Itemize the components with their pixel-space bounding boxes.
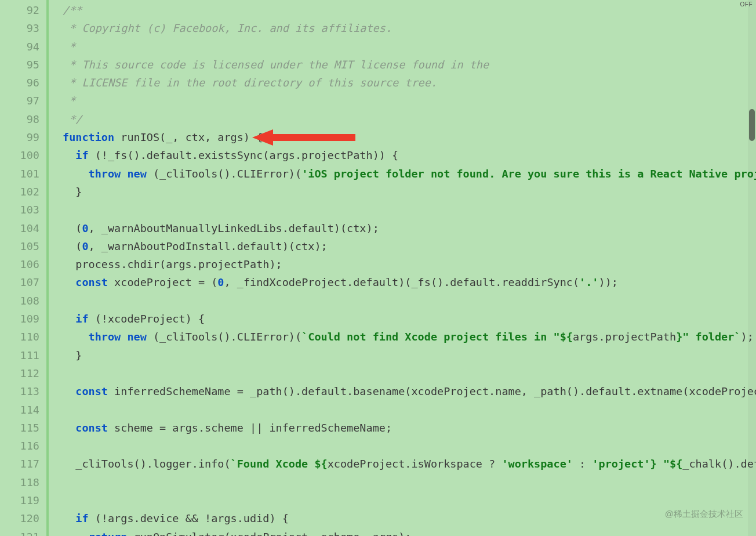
token-default: inferredSchemeName = _path().default.bas… bbox=[108, 385, 756, 397]
token-default: runIOS(_, ctx, args) { bbox=[114, 131, 263, 143]
code-line[interactable] bbox=[63, 437, 756, 455]
token-default bbox=[121, 168, 127, 180]
code-line[interactable]: */ bbox=[63, 110, 756, 128]
line-number: 94 bbox=[0, 38, 39, 56]
token-default bbox=[121, 331, 127, 343]
code-line[interactable]: (0, _warnAboutPodInstall.default)(ctx); bbox=[63, 237, 756, 255]
token-keyword: if bbox=[75, 313, 88, 325]
code-line[interactable]: /** bbox=[63, 1, 756, 19]
line-number: 113 bbox=[0, 382, 39, 400]
token-default: (_cliTools().CLIError)( bbox=[147, 331, 301, 343]
line-number-gutter: 9293949596979899100101102103104105106107… bbox=[0, 0, 46, 536]
line-number: 100 bbox=[0, 146, 39, 164]
token-const-kw: const bbox=[75, 385, 108, 397]
token-keyword: if bbox=[75, 149, 88, 161]
token-const-kw: const bbox=[75, 276, 108, 288]
code-line[interactable]: const xcodeProject = (0, _findXcodeProje… bbox=[63, 273, 756, 291]
line-number: 103 bbox=[0, 201, 39, 219]
code-line[interactable]: const scheme = args.scheme || inferredSc… bbox=[63, 419, 756, 437]
token-default: ( bbox=[63, 222, 82, 234]
code-line[interactable]: if (!_fs().default.existsSync(args.proje… bbox=[63, 146, 756, 164]
token-string: 'project' bbox=[592, 458, 650, 470]
line-number: 97 bbox=[0, 92, 39, 110]
line-number: 96 bbox=[0, 74, 39, 92]
code-line[interactable] bbox=[63, 292, 756, 310]
token-keyword: function bbox=[63, 131, 114, 143]
token-comment: * This source code is licensed under the… bbox=[63, 59, 489, 71]
code-line[interactable]: _cliTools().logger.info(`Found Xcode ${x… bbox=[63, 455, 756, 473]
code-line[interactable]: * bbox=[63, 38, 756, 56]
token-string: }" folder` bbox=[676, 331, 740, 343]
token-default: (!xcodeProject) { bbox=[89, 313, 205, 325]
code-editor: 9293949596979899100101102103104105106107… bbox=[0, 0, 756, 536]
code-content[interactable]: /** * Copyright (c) Facebook, Inc. and i… bbox=[46, 0, 756, 536]
token-default: scheme = args.scheme || inferredSchemeNa… bbox=[108, 422, 392, 434]
token-default bbox=[63, 512, 75, 524]
code-line[interactable]: * Copyright (c) Facebook, Inc. and its a… bbox=[63, 19, 756, 37]
token-keyword: throw bbox=[89, 331, 121, 343]
code-line[interactable]: function runIOS(_, ctx, args) { bbox=[63, 128, 756, 146]
code-line[interactable] bbox=[63, 491, 756, 509]
token-keyword: if bbox=[75, 512, 88, 524]
code-line[interactable]: throw new (_cliTools().CLIError)(`Could … bbox=[63, 328, 756, 346]
line-number: 115 bbox=[0, 419, 39, 437]
code-line[interactable] bbox=[63, 201, 756, 219]
code-line[interactable]: if (!xcodeProject) { bbox=[63, 310, 756, 328]
line-number: 108 bbox=[0, 292, 39, 310]
code-line[interactable] bbox=[63, 364, 756, 382]
line-number: 121 bbox=[0, 528, 39, 536]
token-string: "${ bbox=[657, 458, 683, 470]
code-line[interactable]: } bbox=[63, 183, 756, 201]
code-line[interactable]: } bbox=[63, 346, 756, 364]
token-string: 'iOS project folder not found. Are you s… bbox=[301, 168, 756, 180]
line-number: 114 bbox=[0, 401, 39, 419]
token-default: xcodeProject = ( bbox=[108, 276, 217, 288]
token-comment: * LICENSE file in the root directory of … bbox=[63, 77, 437, 89]
code-line[interactable]: process.chdir(args.projectPath); bbox=[63, 255, 756, 273]
token-default bbox=[63, 385, 75, 397]
token-default: )); bbox=[599, 276, 618, 288]
token-keyword: return bbox=[89, 531, 128, 536]
token-default: process.chdir(args.projectPath); bbox=[63, 258, 282, 270]
line-number: 104 bbox=[0, 219, 39, 237]
line-number: 112 bbox=[0, 364, 39, 382]
line-number: 119 bbox=[0, 491, 39, 509]
token-comment: */ bbox=[63, 113, 82, 125]
line-number: 105 bbox=[0, 237, 39, 255]
line-number: 92 bbox=[0, 1, 39, 19]
code-line[interactable]: * bbox=[63, 92, 756, 110]
line-number: 120 bbox=[0, 509, 39, 527]
code-line[interactable]: * LICENSE file in the root directory of … bbox=[63, 74, 756, 92]
token-comment: * bbox=[63, 95, 75, 107]
line-number: 118 bbox=[0, 473, 39, 491]
code-line[interactable] bbox=[63, 401, 756, 419]
line-number: 95 bbox=[0, 56, 39, 74]
scrollbar-track[interactable] bbox=[748, 0, 756, 536]
line-number: 106 bbox=[0, 255, 39, 273]
line-number: 93 bbox=[0, 19, 39, 37]
line-number: 110 bbox=[0, 328, 39, 346]
scrollbar-thumb[interactable] bbox=[749, 109, 755, 141]
code-line[interactable]: throw new (_cliTools().CLIError)('iOS pr… bbox=[63, 165, 756, 183]
token-number: 0 bbox=[217, 276, 224, 288]
code-line[interactable] bbox=[63, 473, 756, 491]
line-number: 111 bbox=[0, 346, 39, 364]
token-default: , _findXcodeProject.default)(_fs().defau… bbox=[224, 276, 579, 288]
line-number: 98 bbox=[0, 110, 39, 128]
token-default bbox=[63, 422, 75, 434]
line-number: 109 bbox=[0, 310, 39, 328]
code-line[interactable]: * This source code is licensed under the… bbox=[63, 56, 756, 74]
line-number: 101 bbox=[0, 165, 39, 183]
code-line[interactable]: return runOnSimulator(xcodeProject, sche… bbox=[63, 528, 756, 536]
token-const-kw: const bbox=[75, 422, 108, 434]
code-line[interactable]: (0, _warnAboutManuallyLinkedLibs.default… bbox=[63, 219, 756, 237]
token-default: } bbox=[63, 349, 82, 361]
token-default bbox=[63, 276, 75, 288]
token-string: 'workspace' bbox=[501, 458, 573, 470]
code-line[interactable]: const inferredSchemeName = _path().defau… bbox=[63, 382, 756, 400]
token-default: args.projectPath bbox=[573, 331, 676, 343]
token-number: 0 bbox=[82, 240, 88, 252]
token-default: (_cliTools().CLIError)( bbox=[147, 168, 301, 180]
code-line[interactable]: if (!args.device && !args.udid) { bbox=[63, 509, 756, 527]
token-keyword: throw bbox=[89, 168, 121, 180]
